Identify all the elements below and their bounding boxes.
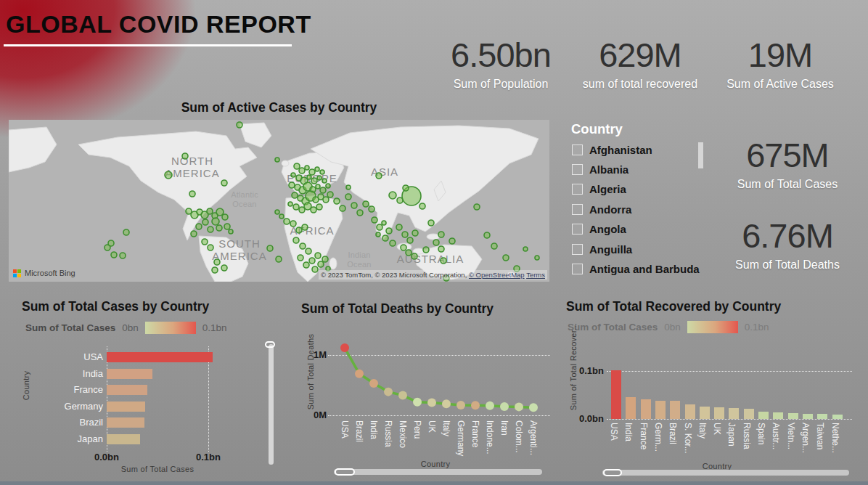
map-bubble[interactable] (503, 255, 509, 261)
bar-germ[interactable] (655, 401, 666, 419)
map-bubble[interactable] (202, 239, 208, 245)
map-bubble[interactable] (291, 173, 295, 177)
bar-italy[interactable] (700, 407, 710, 419)
data-point-brazil[interactable] (355, 370, 364, 378)
map-bubble[interactable] (229, 229, 233, 234)
bar-spain[interactable] (758, 412, 769, 419)
map-bubble[interactable] (390, 240, 396, 246)
slicer-item-anguilla[interactable]: Anguilla (572, 242, 632, 256)
map-bubble[interactable] (438, 232, 444, 237)
bar-india[interactable] (626, 397, 636, 419)
data-point-indone[interactable] (486, 402, 494, 410)
bar-japan[interactable] (729, 408, 739, 419)
bar-germany[interactable] (107, 402, 145, 412)
map-bubble[interactable] (346, 185, 351, 189)
bar-japan[interactable] (107, 434, 140, 444)
map-bubble[interactable] (320, 170, 324, 174)
slicer-item-algeria[interactable]: Algeria (572, 182, 626, 197)
map-bubble[interactable] (322, 256, 328, 262)
slicer-checkbox[interactable] (572, 224, 583, 235)
slicer-checkbox[interactable] (572, 184, 583, 195)
map-bubble[interactable] (322, 179, 327, 183)
bar-brazil[interactable] (107, 417, 144, 428)
data-point-usa[interactable] (340, 343, 349, 352)
bar-vietn[interactable] (788, 413, 798, 419)
map-bubble[interactable] (191, 231, 197, 237)
map-bubble[interactable] (484, 232, 490, 238)
map-bubble[interactable] (428, 220, 434, 226)
openstreetmap-link[interactable]: © OpenStreetMap (469, 271, 525, 279)
chart-total-recovered-scrollbar-thumb[interactable] (603, 469, 622, 476)
map-bubble[interactable] (303, 262, 309, 268)
map-bubble[interactable] (382, 235, 388, 241)
map-bubble[interactable] (207, 208, 213, 214)
map-bubble[interactable] (412, 253, 417, 259)
data-point-italy[interactable] (442, 399, 451, 408)
map-bubble[interactable] (294, 163, 300, 169)
map-bubble[interactable] (423, 247, 429, 253)
data-point-peru[interactable] (413, 398, 422, 407)
map-bubble[interactable] (305, 166, 309, 170)
map-bubble[interactable] (372, 217, 377, 223)
map-bubble[interactable] (334, 198, 340, 204)
data-point-colom[interactable] (515, 402, 523, 411)
map-bubble[interactable] (316, 204, 322, 210)
slicer-checkbox[interactable] (572, 204, 583, 215)
data-point-mexico[interactable] (398, 391, 407, 400)
map-bubble[interactable] (535, 256, 539, 260)
map-bubble[interactable] (221, 265, 227, 271)
map-bubble[interactable] (345, 194, 351, 200)
chart-total-recovered-scrollbar-track[interactable] (602, 470, 849, 476)
map-bubble[interactable] (412, 230, 418, 236)
map-bubble[interactable] (288, 202, 292, 206)
map-bubble[interactable] (449, 238, 455, 244)
map-bubble[interactable] (312, 266, 318, 272)
bar-nethe[interactable] (832, 415, 843, 419)
map-bubble[interactable] (208, 245, 213, 250)
map-bubble[interactable] (327, 192, 333, 197)
map-bubble[interactable] (292, 192, 298, 198)
map-bubble[interactable] (212, 267, 218, 273)
map-bubble[interactable] (212, 218, 219, 225)
terms-link[interactable]: Terms (526, 271, 545, 279)
slicer-checkbox[interactable] (572, 244, 583, 255)
slicer-checkbox[interactable] (572, 164, 583, 175)
slicer-scrollbar-thumb[interactable] (698, 142, 703, 168)
map-bubble[interactable] (403, 185, 409, 191)
bar-uk[interactable] (714, 407, 724, 419)
map-bubble[interactable] (315, 167, 319, 171)
bar-france[interactable] (641, 399, 651, 419)
chart-total-cases-scrollbar-track[interactable] (269, 344, 274, 465)
map-bubble[interactable] (377, 224, 382, 230)
map-visual[interactable]: NORTHAMERICAEUROPEASIAAtlanticOceanAFRIC… (9, 120, 549, 282)
bar-brazil[interactable] (670, 401, 680, 419)
slicer-item-angola[interactable]: Angola (572, 222, 626, 237)
map-bubble[interactable] (389, 192, 396, 199)
map-bubble[interactable] (222, 214, 228, 220)
data-point-uk[interactable] (427, 399, 436, 407)
map-bubble[interactable] (108, 240, 114, 246)
map-bubble[interactable] (302, 224, 308, 230)
map-bubble[interactable] (326, 184, 330, 188)
map-bubble[interactable] (196, 224, 202, 229)
slicer-item-albania[interactable]: Albania (572, 162, 629, 176)
slicer-item-andorra[interactable]: Andorra (572, 202, 631, 216)
map-bubble[interactable] (396, 224, 402, 230)
map-bubble[interactable] (189, 191, 195, 197)
map-bubble[interactable] (216, 225, 222, 231)
map-bubble[interactable] (267, 245, 273, 251)
bar-s-kor[interactable] (685, 404, 695, 419)
slicer-checkbox[interactable] (572, 264, 583, 274)
map-bubble[interactable] (523, 247, 528, 251)
map-bubble[interactable] (311, 178, 317, 184)
bar-india[interactable] (107, 369, 152, 379)
map-bubble[interactable] (402, 232, 408, 237)
map-bubble[interactable] (315, 253, 321, 258)
map-bubble[interactable] (406, 250, 412, 256)
map-bubble[interactable] (224, 224, 230, 229)
map-bubble[interactable] (433, 240, 439, 245)
map-bubble[interactable] (369, 206, 374, 212)
map-bubble[interactable] (316, 184, 320, 189)
map-bubble[interactable] (382, 221, 386, 225)
map-bubble[interactable] (376, 232, 380, 237)
